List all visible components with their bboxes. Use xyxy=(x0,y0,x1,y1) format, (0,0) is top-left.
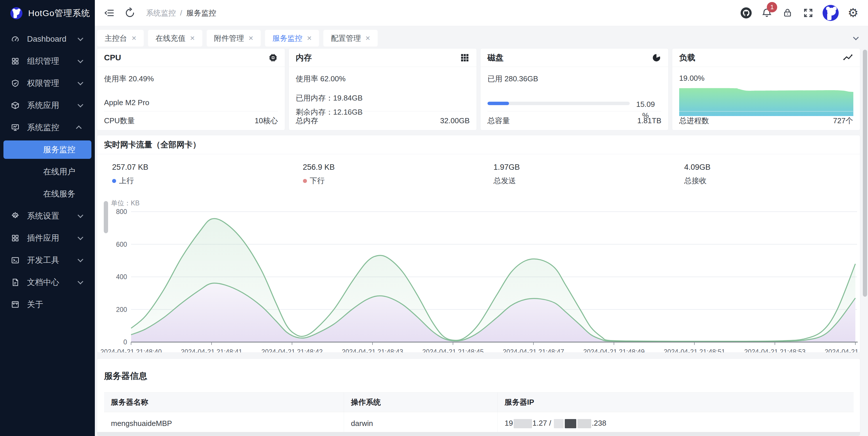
traffic-stat-value: 256.9 KB xyxy=(303,163,479,172)
svg-text:2024-04-21 21:48:43: 2024-04-21 21:48:43 xyxy=(342,348,403,353)
breadcrumb-page[interactable]: 服务监控 xyxy=(186,9,216,17)
cpu-model: Apple M2 Pro xyxy=(104,98,278,107)
traffic-stat-总接收: 4.09GB总接收 xyxy=(670,163,860,186)
svg-text:单位：KB: 单位：KB xyxy=(111,199,140,207)
sidebar-scrollbar-thumb[interactable] xyxy=(104,201,108,233)
traffic-stat-label: 总发送 xyxy=(494,176,516,186)
traffic-stat-value: 4.09GB xyxy=(684,163,860,172)
sidebar-item-sys-settings[interactable]: 系统设置 xyxy=(3,207,91,225)
sidebar-item-label: 服务监控 xyxy=(43,144,91,155)
memory-footer-value: 32.00GB xyxy=(440,116,470,125)
sidebar-item-sys-app[interactable]: 系统应用 xyxy=(3,96,91,114)
sidebar-item-label: 插件应用 xyxy=(27,233,78,243)
lock-icon[interactable] xyxy=(781,7,794,19)
cpu-footer-label: CPU数量 xyxy=(104,116,135,126)
tab-close-icon[interactable]: × xyxy=(249,34,253,43)
sidebar-item-label: 在线用户 xyxy=(43,166,91,177)
page-scrollbar-thumb[interactable] xyxy=(863,50,867,297)
sidebar-item-online-service[interactable]: 在线服务 xyxy=(3,185,91,203)
tab-bar: 主控台×在线充值×附件管理×服务监控×配置管理× xyxy=(97,30,866,46)
sidebar-item-label: 系统设置 xyxy=(27,210,78,222)
tab-主控台[interactable]: 主控台× xyxy=(97,30,144,46)
sidebar-item-label: 开发工具 xyxy=(27,255,78,266)
svg-text:2024-04-21 21:48:53: 2024-04-21 21:48:53 xyxy=(744,348,806,353)
chevron-down-icon xyxy=(78,257,83,262)
tabbar-dropdown-chevron-icon[interactable] xyxy=(848,31,862,45)
server-card: 服务器信息 服务器名称操作系统服务器IP mengshuaideMBPdarwi… xyxy=(97,359,860,436)
server-table-header-2: 操作系统 xyxy=(344,393,498,412)
sidebar-item-sys-monitor[interactable]: 系统监控 xyxy=(3,118,91,137)
menu-fold-icon[interactable] xyxy=(103,7,116,19)
sidebar-item-service-monitor[interactable]: 服务监控 xyxy=(3,140,91,159)
svg-text:2024-04-21 21:48:49: 2024-04-21 21:48:49 xyxy=(583,348,645,353)
tab-close-icon[interactable]: × xyxy=(365,34,370,43)
tab-close-icon[interactable]: × xyxy=(307,34,312,43)
stat-cards-row: CPU 使用率 20.49% Apple M2 Pro CPU数量 10核心 内… xyxy=(97,48,860,130)
traffic-stat-label: 下行 xyxy=(310,176,325,186)
tab-附件管理[interactable]: 附件管理× xyxy=(207,30,261,46)
cpu-footer-value: 10核心 xyxy=(255,116,278,126)
ip-text: 1.27 / xyxy=(533,419,553,427)
sidebar-item-label: 系统监控 xyxy=(27,122,78,133)
svg-text:2024-04-21 21:48:45: 2024-04-21 21:48:45 xyxy=(422,348,484,353)
tab-服务监控[interactable]: 服务监控× xyxy=(265,30,319,46)
sidebar-item-label: 组织管理 xyxy=(27,56,78,67)
sidebar-item-label: 系统应用 xyxy=(27,100,78,111)
tab-close-icon[interactable]: × xyxy=(132,34,136,43)
sidebar-item-perm-manage[interactable]: 权限管理 xyxy=(3,74,91,93)
tab-在线充值[interactable]: 在线充值× xyxy=(148,30,202,46)
tab-close-icon[interactable]: × xyxy=(190,34,194,43)
frame-icon xyxy=(11,300,20,309)
app-logo-row: HotGo管理系统 xyxy=(0,0,95,26)
load-footer-value: 727个 xyxy=(833,116,853,126)
sidebar-item-doc-center[interactable]: 文档中心 xyxy=(3,273,91,292)
table-row: mengshuaideMBPdarwin191.27 / .238 xyxy=(104,412,854,435)
ip-redaction-block xyxy=(578,419,591,428)
traffic-stat-label: 上行 xyxy=(119,176,134,186)
server-os-cell: darwin xyxy=(344,412,498,435)
cpu-chip-icon xyxy=(268,53,278,63)
breadcrumb-section[interactable]: 系统监控 xyxy=(146,9,176,17)
user-avatar[interactable] xyxy=(823,5,839,21)
tab-配置管理[interactable]: 配置管理× xyxy=(323,30,377,46)
chevron-down-icon xyxy=(78,212,83,218)
legend-dot-icon xyxy=(112,179,116,183)
sidebar-item-dev-tools[interactable]: 开发工具 xyxy=(3,251,91,269)
tab-label: 服务监控 xyxy=(273,33,302,43)
sidebar-item-plugin-app[interactable]: 插件应用 xyxy=(3,229,91,247)
chevron-down-icon xyxy=(78,234,83,240)
memory-grid-icon xyxy=(460,53,470,63)
ip-text: .238 xyxy=(592,419,607,427)
sidebar-item-dashboard[interactable]: Dashboard xyxy=(3,30,91,48)
settings-gear-icon[interactable]: ⚙ xyxy=(847,7,859,19)
load-pulse-icon xyxy=(843,53,853,63)
load-percent: 19.00% xyxy=(679,74,853,83)
load-card-title: 负载 xyxy=(679,52,695,63)
chevron-down-icon xyxy=(78,279,83,284)
tab-label: 主控台 xyxy=(104,33,127,43)
traffic-area-chart: 0200400600800单位：KB2024-04-21 21:48:40202… xyxy=(97,190,860,353)
github-icon[interactable] xyxy=(740,7,752,19)
ip-redaction-block xyxy=(514,419,532,428)
traffic-stat-总发送: 1.97GB总发送 xyxy=(478,163,670,186)
fullscreen-icon[interactable] xyxy=(802,7,814,19)
notification-bell-icon[interactable]: 1 xyxy=(761,7,773,19)
refresh-icon[interactable] xyxy=(124,7,136,19)
disk-footer-label: 总容量 xyxy=(488,116,510,126)
sidebar: HotGo管理系统 Dashboard组织管理权限管理系统应用系统监控服务监控在… xyxy=(0,0,95,436)
memory-used: 已用内存：19.84GB xyxy=(296,93,470,103)
server-table: 服务器名称操作系统服务器IP mengshuaideMBPdarwin191.2… xyxy=(104,392,854,435)
svg-text:200: 200 xyxy=(116,306,127,313)
svg-text:600: 600 xyxy=(116,241,127,248)
load-footer-label: 总进程数 xyxy=(679,116,709,126)
cube-icon xyxy=(11,101,20,110)
sidebar-item-org-manage[interactable]: 组织管理 xyxy=(3,52,91,70)
topbar: 系统监控 / 服务监控 1 xyxy=(95,0,868,26)
ip-redaction-block xyxy=(554,419,564,428)
sidebar-item-about[interactable]: 关于 xyxy=(3,295,91,314)
document-icon xyxy=(11,278,20,287)
chevron-down-icon xyxy=(78,35,83,41)
traffic-card: 实时网卡流量（全部网卡） 257.07 KB上行256.9 KB下行1.97GB… xyxy=(97,135,860,353)
sidebar-item-online-users[interactable]: 在线用户 xyxy=(3,163,91,181)
server-ip-cell: 191.27 / .238 xyxy=(498,412,854,435)
